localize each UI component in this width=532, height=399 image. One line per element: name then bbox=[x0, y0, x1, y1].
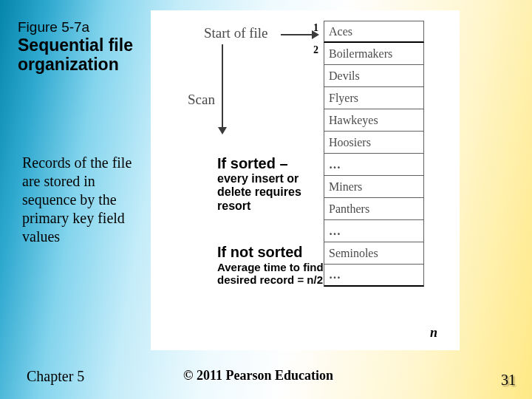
if-sorted-body: every insert or delete requires resort bbox=[217, 172, 319, 213]
table-row: … bbox=[324, 220, 424, 242]
table-row: Hawkeyes bbox=[324, 109, 424, 132]
arrow-down-icon bbox=[222, 44, 223, 133]
scan-label: Scan bbox=[188, 92, 215, 108]
table-row: Miners bbox=[324, 176, 424, 198]
records-description: Records of the file are stored in sequen… bbox=[22, 154, 148, 246]
figure-label: Figure 5-7a bbox=[18, 19, 89, 35]
file-table: Aces Boilermakers Devils Flyers Hawkeyes… bbox=[324, 21, 424, 287]
table-row: … bbox=[324, 265, 424, 287]
chapter-label: Chapter 5 bbox=[27, 368, 84, 385]
row-number-1: 1 bbox=[313, 22, 318, 34]
table-row: Seminoles bbox=[324, 242, 424, 265]
table-row: Panthers bbox=[324, 198, 424, 220]
table-row: Hoosiers bbox=[324, 132, 424, 154]
figure-title: Sequential file organization bbox=[18, 35, 133, 75]
if-sorted-heading: If sorted – bbox=[217, 155, 319, 172]
start-of-file-label: Start of file bbox=[204, 25, 268, 41]
if-not-sorted-body: Average time to find desired record = n/… bbox=[217, 261, 324, 287]
if-not-sorted-block: If not sorted Average time to find desir… bbox=[217, 244, 324, 287]
copyright-text: © 2011 Pearson Education bbox=[183, 368, 333, 383]
figure-title-l2: organization bbox=[18, 55, 119, 74]
if-not-sorted-heading: If not sorted bbox=[217, 244, 324, 261]
figure-title-l1: Sequential file bbox=[18, 35, 133, 55]
arrow-right-icon bbox=[281, 34, 318, 35]
table-row: Flyers bbox=[324, 87, 424, 109]
row-number-2: 2 bbox=[313, 44, 318, 56]
table-row: Boilermakers bbox=[324, 43, 424, 65]
page-number: 31 bbox=[501, 372, 516, 389]
table-row: Aces bbox=[324, 21, 424, 43]
if-sorted-block: If sorted – every insert or delete requi… bbox=[217, 155, 319, 213]
table-row: Devils bbox=[324, 65, 424, 87]
row-count-n: n bbox=[430, 325, 437, 341]
table-row: … bbox=[324, 154, 424, 176]
